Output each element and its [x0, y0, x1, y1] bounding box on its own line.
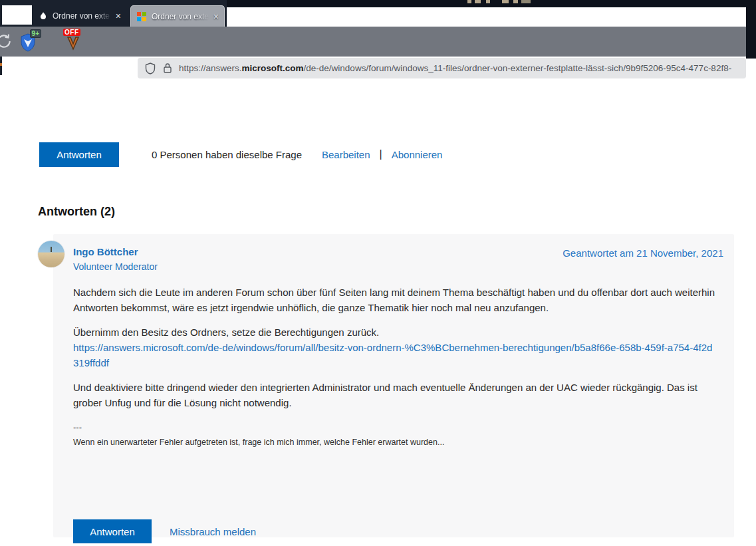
microsoft-logo-icon — [137, 11, 148, 22]
reload-icon[interactable] — [0, 33, 13, 50]
page-content: Antworten 0 Personen haben dieselbe Frag… — [0, 57, 756, 546]
author-role: Volunteer Moderator — [73, 261, 158, 272]
tracking-shield-icon[interactable] — [145, 63, 156, 74]
extension-badge: 9+ — [30, 29, 41, 38]
tab-title: Ordner von exte — [53, 11, 113, 21]
avatar[interactable] — [38, 241, 64, 267]
answers-heading: Antworten (2) — [38, 205, 115, 219]
author-name[interactable]: Ingo Böttcher — [73, 246, 138, 257]
edit-link[interactable]: Bearbeiten — [322, 149, 370, 160]
tab-close-icon[interactable]: × — [211, 11, 224, 22]
same-question-count: 0 Personen haben dieselbe Frage — [152, 149, 302, 160]
answer-paragraph: Nachdem sich die Leute im anderen Forum … — [73, 285, 717, 315]
signature-text: Wenn ein unerwarteter Fehler aufgetreten… — [73, 436, 717, 448]
answer-card: Ingo Böttcher Volunteer Moderator Geantw… — [53, 234, 734, 537]
extension-badge: OFF — [63, 29, 80, 36]
downloader-extension-icon[interactable]: OFF — [64, 31, 84, 53]
subscribe-link[interactable]: Abonnieren — [392, 149, 443, 160]
answer-body: Nachdem sich die Leute im anderen Forum … — [73, 285, 717, 448]
lock-icon[interactable] — [163, 63, 172, 74]
answer-paragraph: Und deaktiviere bitte dringend wieder de… — [73, 380, 717, 410]
answer-date[interactable]: Geantwortet am 21 November, 2021 — [563, 247, 723, 259]
flame-icon — [38, 11, 49, 21]
answer-paragraph: Übernimm den Besitz des Ordners, setze d… — [73, 325, 717, 340]
tab-close-icon[interactable]: × — [113, 11, 126, 21]
overlapping-window-fragment — [2, 5, 32, 25]
answer-link[interactable]: https://answers.microsoft.com/de-de/wind… — [73, 340, 717, 370]
sidebar-edge-fragment — [0, 57, 2, 75]
url-text: https://answers.microsoft.com/de-de/wind… — [179, 63, 731, 73]
address-bar[interactable]: https://answers.microsoft.com/de-de/wind… — [138, 58, 746, 78]
window-right-edge — [746, 0, 756, 59]
answer-actions: Antworten Missbrauch melden — [73, 519, 256, 543]
tab-title: Ordner von exte — [152, 12, 211, 21]
reply-button[interactable]: Antworten — [39, 142, 119, 167]
browser-tab-1[interactable]: Ordner von exte × — [32, 5, 126, 27]
report-abuse-link[interactable]: Missbrauch melden — [170, 526, 256, 537]
thread-action-links: Bearbeiten | Abonnieren — [322, 148, 442, 160]
browser-toolbar: 9+ OFF https://answers.microsoft.com/de-… — [0, 27, 756, 57]
reply-to-answer-button[interactable]: Antworten — [73, 519, 152, 543]
signature-divider: --- — [73, 420, 717, 435]
shield-extension-icon[interactable]: 9+ — [19, 31, 39, 53]
link-separator: | — [380, 148, 382, 160]
browser-tab-2-active[interactable]: Ordner von exte × — [130, 5, 225, 27]
